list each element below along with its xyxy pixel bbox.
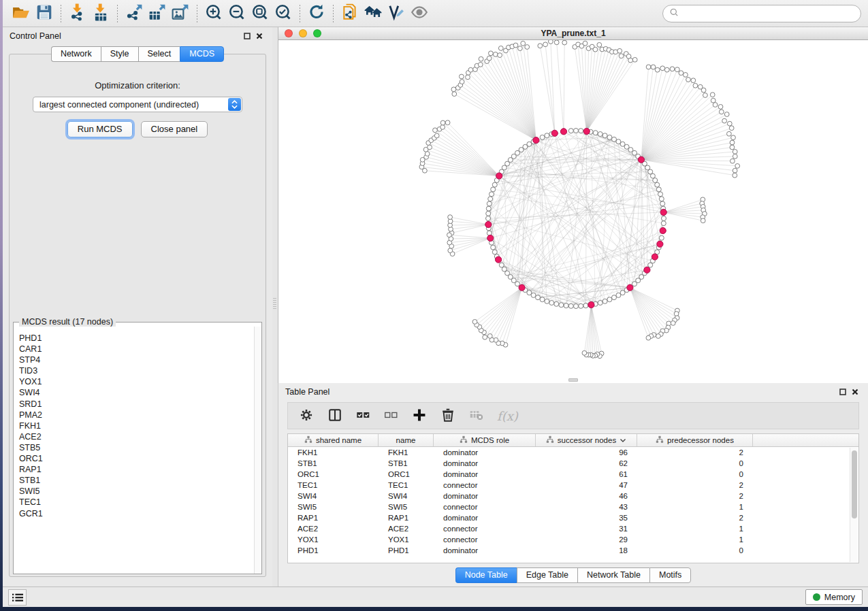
trash-button[interactable] — [440, 408, 455, 425]
column-header-shared-name[interactable]: shared name — [288, 434, 379, 446]
table-row[interactable]: SWI5SWI5connector431 — [288, 501, 858, 512]
close-table-panel-icon[interactable] — [849, 386, 861, 397]
search-input[interactable] — [684, 9, 854, 18]
run-mcds-button[interactable]: Run MCDS — [67, 121, 133, 137]
criterion-dropdown[interactable]: largest connected component (undirected) — [33, 97, 242, 112]
memory-button[interactable]: Memory — [805, 589, 863, 605]
cell-successor-nodes[interactable]: 35 — [536, 514, 637, 522]
column-header-predecessor-nodes[interactable]: predecessor nodes — [637, 434, 753, 446]
mcds-result-item[interactable]: SWI5 — [19, 486, 254, 497]
cell-predecessor-nodes[interactable]: 2 — [637, 492, 753, 500]
cell-predecessor-nodes[interactable]: 1 — [637, 535, 753, 544]
table-row[interactable]: RAP1RAP1dominator352 — [288, 512, 858, 523]
refresh-button[interactable] — [305, 3, 328, 24]
mcds-result-item[interactable]: CAR1 — [19, 344, 254, 354]
mcds-result-item[interactable]: ORC1 — [19, 453, 254, 464]
cell-MCDS-role[interactable]: connector — [434, 535, 536, 544]
mcds-result-item[interactable]: TEC1 — [19, 497, 254, 508]
network-graph[interactable] — [278, 40, 868, 383]
tab-select[interactable]: Select — [138, 46, 180, 62]
cell-successor-nodes[interactable]: 62 — [536, 459, 637, 467]
table-row[interactable]: SWI4SWI4dominator462 — [288, 491, 858, 501]
float-table-panel-icon[interactable] — [837, 386, 849, 397]
close-window-icon[interactable] — [285, 29, 293, 37]
mcds-result-item[interactable]: STB1 — [19, 475, 254, 486]
mcds-result-item[interactable]: PMA2 — [19, 410, 254, 420]
import-table-button[interactable] — [89, 3, 112, 24]
cell-shared-name[interactable]: ACE2 — [288, 525, 379, 533]
cell-shared-name[interactable]: STB1 — [288, 459, 379, 467]
scrollbar-thumb[interactable] — [852, 450, 857, 518]
cell-predecessor-nodes[interactable]: 1 — [637, 503, 753, 511]
zoom-fit-button[interactable] — [248, 3, 272, 24]
cell-predecessor-nodes[interactable]: 0 — [637, 459, 753, 467]
zoom-selected-button[interactable] — [272, 3, 295, 24]
cell-MCDS-role[interactable]: connector — [434, 481, 536, 489]
mcds-result-item[interactable]: SRD1 — [19, 399, 254, 410]
column-header-MCDS-role[interactable]: MCDS role — [434, 434, 536, 446]
mcds-result-item[interactable]: GCR1 — [19, 508, 254, 519]
cell-shared-name[interactable]: FKH1 — [288, 448, 379, 457]
cell-name[interactable]: ORC1 — [379, 470, 434, 478]
vizmapper-button[interactable] — [385, 3, 408, 24]
cell-successor-nodes[interactable]: 43 — [536, 503, 637, 511]
vertical-splitter[interactable] — [272, 27, 278, 587]
table-row[interactable]: TEC1TEC1connector472 — [288, 480, 858, 491]
maximize-window-icon[interactable] — [313, 29, 321, 37]
cell-shared-name[interactable]: TEC1 — [288, 481, 379, 489]
mcds-result-item[interactable]: STP4 — [19, 354, 254, 365]
gear-button[interactable] — [299, 408, 314, 425]
network-canvas[interactable] — [278, 40, 868, 383]
search-box[interactable] — [662, 5, 861, 22]
tab-network[interactable]: Network — [51, 46, 101, 62]
add-button[interactable] — [412, 408, 427, 425]
cell-name[interactable]: YOX1 — [379, 535, 434, 544]
task-history-button[interactable] — [8, 589, 27, 606]
cell-name[interactable]: TEC1 — [379, 481, 434, 489]
cell-predecessor-nodes[interactable]: 2 — [637, 481, 753, 489]
delete-table-button[interactable] — [469, 408, 483, 424]
export-network-button[interactable] — [123, 3, 146, 24]
cell-name[interactable]: RAP1 — [379, 514, 434, 522]
table-row[interactable]: ORC1ORC1dominator610 — [288, 469, 858, 480]
cell-predecessor-nodes[interactable]: 0 — [637, 470, 753, 478]
deselect-all-button[interactable] — [384, 408, 398, 424]
export-table-button[interactable] — [146, 3, 169, 24]
cell-successor-nodes[interactable]: 61 — [536, 470, 637, 478]
tab-motifs[interactable]: Motifs — [649, 567, 691, 583]
cell-MCDS-role[interactable]: dominator — [434, 459, 536, 467]
mcds-result-item[interactable]: FKH1 — [19, 420, 254, 431]
column-header-successor-nodes[interactable]: successor nodes — [536, 434, 637, 446]
zoom-out-button[interactable] — [225, 3, 248, 24]
mcds-result-item[interactable]: STB5 — [19, 442, 254, 453]
mcds-result-item[interactable]: RAP1 — [19, 464, 254, 475]
table-row[interactable]: FKH1FKH1dominator962 — [288, 447, 858, 458]
minimize-window-icon[interactable] — [299, 29, 307, 37]
cell-MCDS-role[interactable]: connector — [434, 525, 536, 533]
cell-successor-nodes[interactable]: 96 — [536, 448, 637, 457]
network-home-button[interactable] — [361, 3, 385, 24]
columns-button[interactable] — [327, 408, 342, 425]
network-titlebar[interactable]: YPA_prune.txt_1 — [278, 27, 868, 40]
save-button[interactable] — [33, 3, 56, 24]
cell-predecessor-nodes[interactable]: 2 — [637, 514, 753, 522]
tab-style[interactable]: Style — [101, 46, 138, 62]
float-panel-icon[interactable] — [241, 31, 253, 42]
cell-name[interactable]: STB1 — [379, 459, 434, 467]
cell-MCDS-role[interactable]: connector — [434, 503, 536, 511]
mcds-result-item[interactable]: TID3 — [19, 365, 254, 376]
cell-successor-nodes[interactable]: 46 — [536, 492, 637, 500]
mcds-result-item[interactable]: ACE2 — [19, 431, 254, 442]
tab-mcds[interactable]: MCDS — [180, 46, 224, 62]
cell-predecessor-nodes[interactable]: 0 — [637, 546, 753, 555]
cell-shared-name[interactable]: PHD1 — [288, 546, 379, 555]
cell-MCDS-role[interactable]: dominator — [434, 470, 536, 478]
cell-successor-nodes[interactable]: 29 — [536, 535, 637, 544]
table-row[interactable]: YOX1YOX1connector291 — [288, 534, 858, 545]
mcds-list-scrollbar[interactable] — [254, 327, 261, 574]
open-folder-button[interactable] — [10, 3, 33, 24]
cell-successor-nodes[interactable]: 31 — [536, 525, 637, 533]
cell-name[interactable]: SWI4 — [379, 492, 434, 500]
close-panel-button[interactable]: Close panel — [141, 121, 208, 137]
cell-successor-nodes[interactable]: 18 — [536, 546, 637, 555]
